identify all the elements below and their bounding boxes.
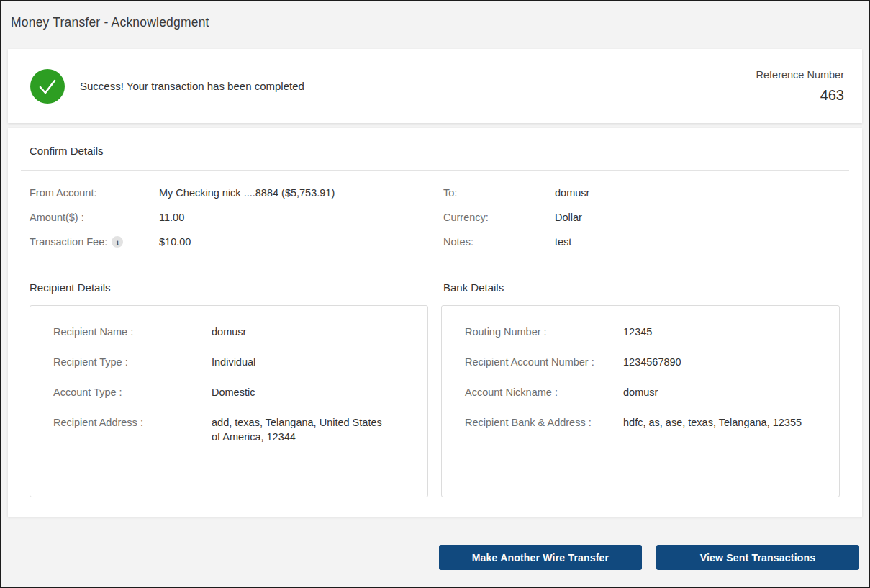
info-icon[interactable]: i bbox=[112, 236, 123, 248]
recipient-account-number-row: Recipient Account Number : 1234567890 bbox=[465, 355, 839, 369]
notes-label: Notes: bbox=[443, 236, 555, 248]
success-message: Success! Your transaction has been compl… bbox=[80, 80, 304, 92]
make-another-wire-transfer-button[interactable]: Make Another Wire Transfer bbox=[439, 545, 642, 570]
recipient-name-value: domusr bbox=[212, 325, 427, 339]
account-nickname-row: Account Nickname : domusr bbox=[465, 385, 839, 399]
amount-row: Amount($) : 11.00 bbox=[30, 205, 443, 230]
recipient-address-label: Recipient Address : bbox=[53, 415, 212, 444]
confirm-details-heading: Confirm Details bbox=[30, 128, 840, 158]
routing-number-row: Routing Number : 12345 bbox=[465, 325, 839, 339]
bank-details-heading: Bank Details bbox=[443, 281, 504, 295]
transaction-fee-label-group: Transaction Fee: i bbox=[30, 236, 159, 248]
account-nickname-label: Account Nickname : bbox=[465, 385, 623, 399]
recipient-type-row: Recipient Type : Individual bbox=[53, 355, 427, 369]
from-account-value: My Checking nick ....8884 ($5,753.91) bbox=[159, 187, 335, 199]
routing-number-value: 12345 bbox=[623, 325, 839, 339]
amount-label: Amount($) : bbox=[30, 212, 159, 223]
recipient-name-row: Recipient Name : domusr bbox=[53, 325, 427, 339]
to-row: To: domusr bbox=[443, 181, 840, 205]
recipient-details-box: Recipient Name : domusr Recipient Type :… bbox=[30, 305, 428, 497]
recipient-address-row: Recipient Address : add, texas, Telangan… bbox=[53, 415, 427, 444]
to-value: domusr bbox=[555, 187, 589, 199]
divider bbox=[21, 266, 849, 266]
routing-number-label: Routing Number : bbox=[465, 325, 623, 339]
transaction-fee-value: $10.00 bbox=[159, 236, 191, 248]
notes-value: test bbox=[555, 236, 571, 248]
to-label: To: bbox=[443, 187, 555, 199]
bank-details-box: Routing Number : 12345 Recipient Account… bbox=[441, 305, 840, 497]
transaction-fee-row: Transaction Fee: i $10.00 bbox=[30, 230, 443, 254]
divider bbox=[21, 170, 849, 171]
account-type-row: Account Type : Domestic bbox=[53, 385, 427, 399]
confirm-details-left-column: From Account: My Checking nick ....8884 … bbox=[30, 181, 443, 254]
recipient-bank-address-value: hdfc, as, ase, texas, Telangana, 12355 bbox=[623, 415, 839, 430]
recipient-type-label: Recipient Type : bbox=[53, 355, 212, 369]
details-card: Confirm Details From Account: My Checkin… bbox=[8, 128, 862, 517]
currency-row: Currency: Dollar bbox=[443, 205, 840, 230]
confirm-details-right-column: To: domusr Currency: Dollar Notes: test bbox=[443, 181, 840, 254]
transaction-fee-label: Transaction Fee: bbox=[30, 236, 107, 248]
title-bar: Money Transfer - Acknowledgment bbox=[1, 1, 869, 43]
recipient-details-heading: Recipient Details bbox=[30, 281, 443, 295]
recipient-account-number-label: Recipient Account Number : bbox=[465, 355, 623, 369]
from-account-label: From Account: bbox=[30, 187, 159, 199]
recipient-name-label: Recipient Name : bbox=[53, 325, 212, 339]
recipient-account-number-value: 1234567890 bbox=[623, 355, 839, 369]
reference-number-block: Reference Number 463 bbox=[756, 69, 845, 104]
account-nickname-value: domusr bbox=[623, 385, 839, 399]
view-sent-transactions-button[interactable]: View Sent Transactions bbox=[656, 545, 859, 570]
reference-number-value: 463 bbox=[820, 87, 844, 104]
amount-value: 11.00 bbox=[159, 212, 184, 223]
success-check-icon bbox=[30, 69, 65, 104]
confirm-details-grid: From Account: My Checking nick ....8884 … bbox=[30, 181, 840, 254]
success-banner: Success! Your transaction has been compl… bbox=[8, 49, 862, 123]
account-type-label: Account Type : bbox=[53, 385, 212, 399]
action-buttons-row: Make Another Wire Transfer View Sent Tra… bbox=[1, 545, 869, 570]
recipient-bank-address-label: Recipient Bank & Address : bbox=[465, 415, 623, 430]
account-type-value: Domestic bbox=[212, 385, 427, 399]
recipient-bank-address-row: Recipient Bank & Address : hdfc, as, ase… bbox=[465, 415, 839, 430]
recipient-address-value: add, texas, Telangana, United States of … bbox=[212, 415, 427, 444]
page-title: Money Transfer - Acknowledgment bbox=[11, 15, 209, 30]
from-account-row: From Account: My Checking nick ....8884 … bbox=[30, 181, 443, 205]
recipient-type-value: Individual bbox=[212, 355, 427, 369]
currency-value: Dollar bbox=[555, 212, 582, 223]
reference-number-label: Reference Number bbox=[756, 69, 845, 81]
currency-label: Currency: bbox=[443, 212, 555, 223]
card-gap bbox=[1, 123, 869, 128]
detail-boxes-row: Recipient Name : domusr Recipient Type :… bbox=[30, 305, 840, 497]
sub-section-headings: Recipient Details Bank Details bbox=[30, 281, 840, 295]
notes-row: Notes: test bbox=[443, 230, 840, 254]
